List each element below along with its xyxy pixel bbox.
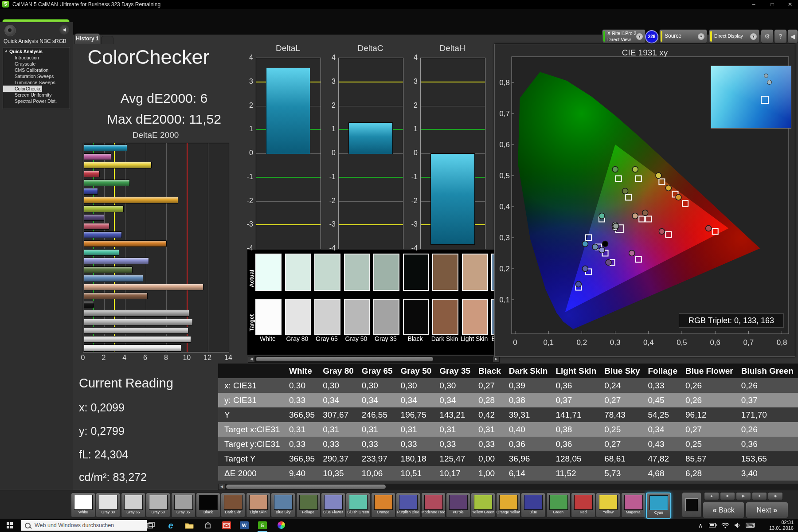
- patch-button-magenta[interactable]: Magenta: [621, 493, 645, 518]
- table-column-header: Gray 80: [319, 364, 358, 378]
- minimize-button[interactable]: –: [745, 0, 763, 9]
- cie-axis-tick-label: 0,4: [643, 338, 654, 347]
- actual-swatch-black[interactable]: [403, 254, 429, 291]
- back-button[interactable]: « Back: [702, 502, 745, 518]
- show-desktop-strip[interactable]: [796, 519, 798, 532]
- patch-button-yellow[interactable]: Yellow: [596, 493, 620, 518]
- calman-taskbar-icon[interactable]: 5: [256, 520, 269, 531]
- tab-new[interactable]: [101, 36, 113, 44]
- table-scrollbar[interactable]: ◀: [218, 483, 798, 490]
- actual-swatch-gray-50[interactable]: [344, 254, 370, 291]
- word-app-icon[interactable]: W: [238, 520, 251, 531]
- collapse-panel-button[interactable]: ◀: [787, 29, 798, 43]
- table-column-header: Gray 35: [435, 364, 474, 378]
- patch-button-gray-35[interactable]: Gray 35: [171, 493, 196, 518]
- settings-button[interactable]: ⚙: [761, 29, 774, 43]
- maximize-button[interactable]: □: [763, 0, 781, 9]
- swatch-scrollbar[interactable]: ◀ ▶: [247, 356, 500, 364]
- sidebar-item-cms-calibration[interactable]: CMS Calibration: [3, 67, 70, 73]
- sidebar-item-introduction[interactable]: Introduction: [3, 55, 70, 61]
- color-app-icon[interactable]: [274, 520, 288, 531]
- table-cell: 0,30: [397, 378, 436, 393]
- patch-label: Blue Sky: [271, 510, 295, 514]
- store-icon[interactable]: [201, 520, 215, 531]
- patch-button-blue-flower[interactable]: Blue Flower: [321, 493, 345, 518]
- patch-label: Purple: [446, 510, 470, 514]
- target-swatch-black[interactable]: [403, 299, 429, 335]
- scroll-left-icon[interactable]: ◀: [248, 356, 254, 362]
- actual-swatch-white[interactable]: [255, 254, 282, 291]
- transport-play-button[interactable]: ▶: [736, 492, 751, 500]
- patch-button-green[interactable]: Green: [546, 493, 571, 518]
- sidebar-item-saturation-sweeps[interactable]: Saturation Sweeps: [3, 73, 70, 79]
- target-swatch-gray-50[interactable]: [344, 299, 370, 335]
- actual-swatch-gray-65[interactable]: [314, 254, 340, 291]
- patch-button-white[interactable]: White: [71, 493, 95, 518]
- patch-button-gray-50[interactable]: Gray 50: [146, 493, 170, 518]
- help-button[interactable]: ?: [774, 29, 787, 43]
- transport-eject-button[interactable]: ▲: [704, 492, 719, 500]
- target-swatch-white[interactable]: [255, 299, 282, 335]
- target-swatch-gray-65[interactable]: [314, 299, 340, 335]
- patch-preview-button[interactable]: [682, 492, 701, 518]
- patch-button-black[interactable]: Black: [196, 493, 220, 518]
- patch-button-purple[interactable]: Purple: [446, 493, 470, 518]
- taskbar-search-input[interactable]: Web und Windows durchsuchen: [21, 520, 147, 531]
- svg-text:5: 5: [261, 523, 264, 528]
- patch-button-yellow-green[interactable]: Yellow Green: [471, 493, 495, 518]
- edge-browser-icon[interactable]: e: [164, 520, 177, 531]
- source-dropdown[interactable]: Source ▼: [659, 29, 707, 43]
- deltae-bar-purplish-blue: [84, 231, 122, 238]
- tree-root-quick-analysis[interactable]: Quick Analysis: [3, 47, 70, 55]
- patch-button-orange-yellow[interactable]: Orange Yellow: [496, 493, 520, 518]
- patch-button-orange[interactable]: Orange: [371, 493, 395, 518]
- actual-swatch-gray-80[interactable]: [285, 254, 311, 291]
- target-swatch-gray-80[interactable]: [285, 299, 311, 335]
- cie-chart-title: CIE 1931 xy: [495, 48, 795, 58]
- patch-button-purplish-blue[interactable]: Purplish Blue: [396, 493, 420, 518]
- swatch-scrollbar-thumb[interactable]: [256, 357, 433, 361]
- patch-button-bluish-green[interactable]: Bluish Green: [346, 493, 370, 518]
- actual-swatch-gray-35[interactable]: [373, 254, 399, 291]
- patch-button-cyan[interactable]: Cyan: [646, 493, 671, 519]
- table-scrollbar-thumb[interactable]: [226, 485, 386, 489]
- tray-expand-icon[interactable]: ∧: [694, 520, 707, 531]
- patch-button-foliage[interactable]: Foliage: [296, 493, 321, 518]
- meter-dropdown[interactable]: X-Rite i1Pro 2 Direct View ▼: [602, 29, 645, 43]
- target-swatch-gray-35[interactable]: [373, 299, 399, 335]
- target-swatch-dark-skin[interactable]: [432, 299, 458, 335]
- sidebar-item-screen-uniformity[interactable]: Screen Uniformity: [3, 92, 70, 98]
- patch-button-gray-80[interactable]: Gray 80: [96, 493, 120, 518]
- task-view-button[interactable]: [144, 520, 157, 531]
- patch-button-light-skin[interactable]: Light Skin: [246, 493, 270, 518]
- actual-swatch-light-skin[interactable]: [462, 254, 488, 291]
- file-explorer-icon[interactable]: [183, 520, 196, 531]
- sidebar-item-luminance-sweeps[interactable]: Luminance Sweeps: [3, 79, 70, 86]
- patch-button-dark-skin[interactable]: Dark Skin: [221, 493, 245, 518]
- transport-options-button[interactable]: ◆: [768, 492, 783, 500]
- transport-record-button[interactable]: ●: [752, 492, 767, 500]
- start-button[interactable]: [0, 519, 20, 532]
- scroll-left-icon[interactable]: ◀: [219, 484, 225, 489]
- patch-button-red[interactable]: Red: [571, 493, 595, 518]
- display-control-dropdown[interactable]: Direct Display Control ▼: [709, 29, 759, 43]
- patch-button-blue-sky[interactable]: Blue Sky: [271, 493, 295, 518]
- sidebar-item-colorchecker[interactable]: ColorChecker: [3, 86, 42, 92]
- display-control-status-bar: [710, 31, 712, 42]
- patch-button-blue[interactable]: Blue: [521, 493, 545, 518]
- actual-swatch-dark-skin[interactable]: [432, 254, 458, 291]
- transport-stop-button[interactable]: ■: [720, 492, 735, 500]
- patch-button-moderate-red[interactable]: Moderate Red: [421, 493, 446, 518]
- sidebar-item-grayscale[interactable]: Grayscale: [3, 61, 70, 67]
- deltae-x-tick-label: 4: [116, 354, 133, 362]
- sidebar-collapse-button[interactable]: ◀: [59, 25, 69, 35]
- sidebar-item-spectral-power-dist-[interactable]: Spectral Power Dist.: [3, 98, 70, 104]
- next-button[interactable]: Next »: [746, 502, 788, 518]
- patch-button-gray-65[interactable]: Gray 65: [121, 493, 145, 518]
- target-swatch-light-skin[interactable]: [462, 299, 488, 335]
- taskbar-clock[interactable]: 02:31 13.01.2016: [766, 520, 794, 531]
- tab-history-1[interactable]: History 1: [74, 33, 100, 44]
- record-indicator-button[interactable]: [4, 25, 16, 36]
- close-button[interactable]: ✕: [781, 0, 798, 9]
- mail-app-icon[interactable]: [220, 520, 233, 531]
